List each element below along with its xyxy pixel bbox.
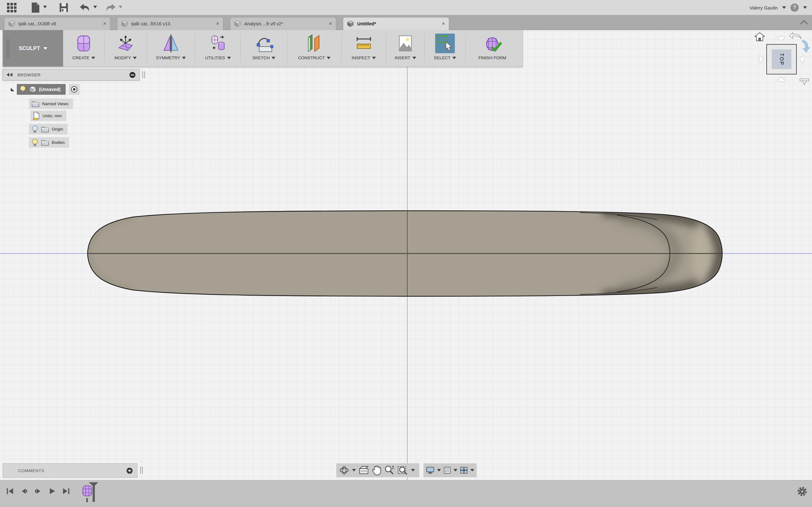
bodies-label: Bodies: [52, 140, 65, 145]
toolbar-group-sketch[interactable]: SKETCH: [241, 30, 287, 66]
close-icon[interactable]: ×: [329, 20, 332, 27]
create-icon: [75, 33, 92, 54]
tab-title: Analysis ...ft v8 v2*: [244, 21, 326, 26]
viewcube-arrow-left[interactable]: [759, 55, 763, 63]
save-icon[interactable]: [59, 3, 68, 14]
comments-panel-header[interactable]: COMMENTS: [3, 463, 137, 478]
app-menu-icon[interactable]: [6, 3, 17, 14]
viewcube-arrow-top[interactable]: [777, 37, 785, 41]
zoom-icon[interactable]: [384, 465, 395, 475]
folder-icon: [32, 101, 40, 107]
visibility-radio-icon[interactable]: [69, 84, 80, 95]
orbit-dropdown-icon[interactable]: [352, 469, 356, 471]
tab-document-1[interactable]: tjalk cat...tX30ft v8 ×: [4, 17, 110, 30]
roll-ccw-arrow-icon[interactable]: [788, 32, 802, 40]
minus-circle-icon[interactable]: [130, 72, 136, 78]
chevron-down-icon: [452, 57, 456, 59]
tab-document-2[interactable]: tjalk cat...ftX16 v13 ×: [117, 17, 223, 30]
component-cube-icon: [29, 86, 37, 93]
collapse-browser-icon[interactable]: [7, 73, 13, 77]
tab-document-active[interactable]: Untitled* ×: [343, 17, 449, 30]
model-viewport[interactable]: SCULPT CREATE MODIFY SYMMETRY: [0, 30, 812, 480]
browser-row-named-views[interactable]: Named Views: [20, 99, 73, 109]
file-icon[interactable]: [31, 3, 40, 14]
timeline-step-back-icon[interactable]: [20, 487, 29, 496]
timeline-go-start-icon[interactable]: [6, 487, 14, 496]
help-icon[interactable]: ?: [791, 3, 799, 12]
toolbar-group-select[interactable]: SELECT: [425, 30, 465, 66]
browser-row-units[interactable]: Units: mm: [31, 111, 66, 121]
viewcube-arrow-right[interactable]: [800, 55, 804, 63]
toolbar-group-construct[interactable]: CONSTRUCT: [287, 30, 341, 66]
file-dropdown-icon[interactable]: [43, 6, 47, 8]
zoom-window-icon[interactable]: [397, 465, 409, 475]
tspline-hull-body[interactable]: [0, 30, 812, 480]
plus-circle-icon[interactable]: [126, 468, 133, 474]
viewcube[interactable]: TOP: [766, 44, 797, 74]
collapse-toolbar-icon[interactable]: [801, 19, 808, 26]
sketch-label: SKETCH: [252, 55, 270, 60]
bulb-off-icon[interactable]: [32, 125, 38, 133]
bulb-on-icon[interactable]: [19, 85, 26, 94]
undo-dropdown-icon[interactable]: [93, 6, 97, 8]
select-label: SELECT: [434, 55, 451, 60]
workspace-mode-button[interactable]: SCULPT: [3, 30, 63, 66]
toolbar-group-create[interactable]: CREATE: [63, 30, 104, 66]
viewcube-arrow-bottom[interactable]: [777, 77, 785, 81]
orbit-icon[interactable]: [339, 465, 350, 475]
toolbar-group-symmetry[interactable]: SYMMETRY: [147, 30, 195, 66]
collapsed-triangle-icon[interactable]: [20, 127, 22, 131]
user-name[interactable]: Valery Gaulin: [750, 5, 778, 10]
home-view-icon[interactable]: [754, 32, 765, 42]
viewports-dropdown-icon[interactable]: [470, 469, 474, 471]
timeline-go-end-icon[interactable]: [61, 487, 70, 496]
timeline-step-forward-icon[interactable]: [34, 487, 43, 496]
insert-label: INSERT: [395, 55, 410, 60]
zoom-dropdown-icon[interactable]: [411, 469, 415, 471]
document-cube-icon: [121, 20, 128, 27]
timeline-play-icon[interactable]: [48, 487, 56, 496]
toolbar-group-inspect[interactable]: INSPECT: [342, 30, 386, 66]
document-tabbar: tjalk cat...tX30ft v8 × tjalk cat...ftX1…: [0, 15, 812, 30]
pan-icon[interactable]: [372, 465, 381, 475]
tab-document-3[interactable]: Analysis ...ft v8 v2* ×: [230, 17, 336, 30]
close-icon[interactable]: ×: [216, 20, 219, 27]
look-at-icon[interactable]: [358, 465, 369, 475]
collapsed-triangle-icon[interactable]: [20, 140, 22, 145]
redo-dropdown-icon[interactable]: [119, 6, 122, 8]
browser-row-bodies[interactable]: Bodies: [20, 137, 69, 148]
bulb-on-icon[interactable]: [32, 138, 38, 147]
viewports-icon[interactable]: [460, 465, 468, 475]
toolbar-group-modify[interactable]: MODIFY: [105, 30, 147, 66]
units-document-icon: [33, 112, 40, 120]
display-dropdown-icon[interactable]: [437, 469, 441, 471]
display-settings-icon[interactable]: [426, 465, 435, 475]
toolbar-group-finish-form[interactable]: FINISH FORM: [466, 30, 519, 66]
close-icon[interactable]: ×: [103, 20, 106, 27]
grid-dropdown-icon[interactable]: [454, 469, 457, 471]
undo-icon[interactable]: [79, 3, 91, 14]
expand-triangle-icon[interactable]: [11, 88, 14, 91]
settings-gear-icon[interactable]: [796, 486, 808, 498]
grid-settings-icon[interactable]: [444, 465, 451, 475]
origin-label: Origin: [52, 127, 63, 131]
toolbar-group-utilities[interactable]: UTILITIES: [195, 30, 241, 66]
collapsed-triangle-icon[interactable]: [20, 102, 22, 106]
browser-drag-grip[interactable]: [142, 71, 145, 78]
redo-icon[interactable]: [105, 3, 116, 14]
browser-panel-header[interactable]: BROWSER: [3, 69, 140, 80]
modify-icon: [116, 33, 135, 54]
comments-drag-grip[interactable]: [140, 467, 143, 474]
toolbar-group-insert[interactable]: INSERT: [386, 30, 424, 66]
timeline-marker[interactable]: [93, 482, 95, 502]
user-dropdown-icon[interactable]: [782, 6, 786, 9]
orbit-down-arrow-icon[interactable]: [801, 39, 810, 54]
chevron-down-icon: [227, 57, 231, 59]
browser-row-origin[interactable]: Origin: [20, 124, 67, 134]
viewcube-corner-arrow[interactable]: [799, 78, 810, 87]
document-cube-icon: [347, 20, 354, 27]
help-dropdown-icon[interactable]: [803, 6, 807, 9]
select-icon: [435, 34, 455, 53]
close-icon[interactable]: ×: [442, 20, 445, 27]
browser-row-root[interactable]: (Unsaved): [11, 84, 80, 95]
